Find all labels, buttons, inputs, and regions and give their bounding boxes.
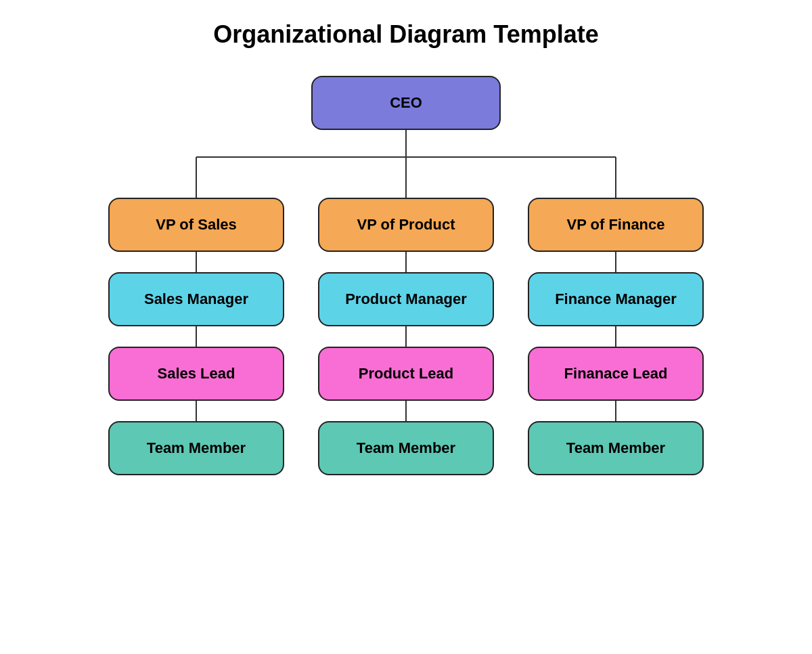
sales-manager-connector bbox=[196, 326, 197, 347]
ceo-node: CEO bbox=[311, 76, 501, 130]
product-lead-node: Product Lead bbox=[318, 347, 494, 401]
vp-product-node: VP of Product bbox=[318, 198, 494, 252]
sales-vp-connector bbox=[196, 252, 197, 272]
product-manager-connector bbox=[405, 326, 407, 347]
product-lead-connector bbox=[405, 401, 407, 421]
sales-branch: VP of Sales Sales Manager Sales Lead Tea… bbox=[102, 198, 291, 475]
vp-finance-node: VP of Finance bbox=[528, 198, 704, 252]
finance-vp-connector bbox=[615, 252, 616, 272]
product-vp-connector bbox=[405, 252, 407, 272]
finance-lead-node: Finanace Lead bbox=[528, 347, 704, 401]
vp-sales-node: VP of Sales bbox=[108, 198, 284, 252]
finance-manager-node: Finance Manager bbox=[528, 272, 704, 326]
ceo-level: CEO bbox=[311, 76, 501, 130]
sales-lead-node: Sales Lead bbox=[108, 347, 284, 401]
page-title: Organizational Diagram Template bbox=[213, 20, 598, 49]
finance-manager-connector bbox=[615, 326, 616, 347]
finance-team-node: Team Member bbox=[528, 421, 704, 475]
ceo-to-vp-connector bbox=[102, 130, 710, 198]
sales-manager-node: Sales Manager bbox=[108, 272, 284, 326]
vp-level: VP of Sales Sales Manager Sales Lead Tea… bbox=[102, 198, 710, 475]
org-chart: CEO VP of Sales Sales Manager Sales Lead… bbox=[14, 76, 798, 475]
product-manager-node: Product Manager bbox=[318, 272, 494, 326]
sales-team-node: Team Member bbox=[108, 421, 284, 475]
product-team-node: Team Member bbox=[318, 421, 494, 475]
product-branch: VP of Product Product Manager Product Le… bbox=[311, 198, 501, 475]
finance-lead-connector bbox=[615, 401, 616, 421]
sales-lead-connector bbox=[196, 401, 197, 421]
finance-branch: VP of Finance Finance Manager Finanace L… bbox=[521, 198, 710, 475]
